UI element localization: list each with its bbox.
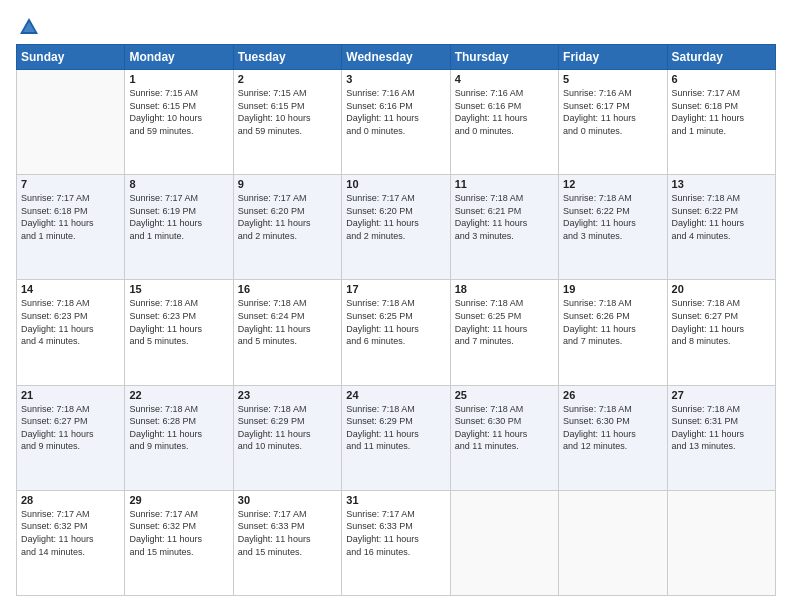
day-info: Sunrise: 7:18 AM Sunset: 6:25 PM Dayligh… — [455, 297, 554, 347]
day-info: Sunrise: 7:16 AM Sunset: 6:17 PM Dayligh… — [563, 87, 662, 137]
calendar-cell: 27Sunrise: 7:18 AM Sunset: 6:31 PM Dayli… — [667, 385, 775, 490]
calendar-cell: 26Sunrise: 7:18 AM Sunset: 6:30 PM Dayli… — [559, 385, 667, 490]
day-info: Sunrise: 7:17 AM Sunset: 6:18 PM Dayligh… — [21, 192, 120, 242]
day-number: 2 — [238, 73, 337, 85]
day-number: 9 — [238, 178, 337, 190]
day-info: Sunrise: 7:18 AM Sunset: 6:22 PM Dayligh… — [563, 192, 662, 242]
calendar-cell: 19Sunrise: 7:18 AM Sunset: 6:26 PM Dayli… — [559, 280, 667, 385]
calendar-cell: 30Sunrise: 7:17 AM Sunset: 6:33 PM Dayli… — [233, 490, 341, 595]
day-info: Sunrise: 7:15 AM Sunset: 6:15 PM Dayligh… — [129, 87, 228, 137]
calendar-cell: 31Sunrise: 7:17 AM Sunset: 6:33 PM Dayli… — [342, 490, 450, 595]
calendar-cell: 23Sunrise: 7:18 AM Sunset: 6:29 PM Dayli… — [233, 385, 341, 490]
calendar-cell: 22Sunrise: 7:18 AM Sunset: 6:28 PM Dayli… — [125, 385, 233, 490]
calendar-cell: 3Sunrise: 7:16 AM Sunset: 6:16 PM Daylig… — [342, 70, 450, 175]
day-number: 31 — [346, 494, 445, 506]
day-info: Sunrise: 7:17 AM Sunset: 6:32 PM Dayligh… — [21, 508, 120, 558]
day-info: Sunrise: 7:15 AM Sunset: 6:15 PM Dayligh… — [238, 87, 337, 137]
day-number: 21 — [21, 389, 120, 401]
calendar-cell: 5Sunrise: 7:16 AM Sunset: 6:17 PM Daylig… — [559, 70, 667, 175]
weekday-header-friday: Friday — [559, 45, 667, 70]
day-info: Sunrise: 7:18 AM Sunset: 6:21 PM Dayligh… — [455, 192, 554, 242]
week-row: 7Sunrise: 7:17 AM Sunset: 6:18 PM Daylig… — [17, 175, 776, 280]
calendar-cell — [450, 490, 558, 595]
day-info: Sunrise: 7:16 AM Sunset: 6:16 PM Dayligh… — [455, 87, 554, 137]
weekday-header-sunday: Sunday — [17, 45, 125, 70]
day-info: Sunrise: 7:18 AM Sunset: 6:31 PM Dayligh… — [672, 403, 771, 453]
calendar-cell: 20Sunrise: 7:18 AM Sunset: 6:27 PM Dayli… — [667, 280, 775, 385]
day-info: Sunrise: 7:18 AM Sunset: 6:24 PM Dayligh… — [238, 297, 337, 347]
day-number: 18 — [455, 283, 554, 295]
day-number: 6 — [672, 73, 771, 85]
calendar-cell: 2Sunrise: 7:15 AM Sunset: 6:15 PM Daylig… — [233, 70, 341, 175]
day-number: 28 — [21, 494, 120, 506]
header — [16, 16, 776, 34]
day-info: Sunrise: 7:18 AM Sunset: 6:23 PM Dayligh… — [21, 297, 120, 347]
day-info: Sunrise: 7:18 AM Sunset: 6:28 PM Dayligh… — [129, 403, 228, 453]
day-info: Sunrise: 7:17 AM Sunset: 6:33 PM Dayligh… — [238, 508, 337, 558]
day-number: 5 — [563, 73, 662, 85]
calendar-cell: 9Sunrise: 7:17 AM Sunset: 6:20 PM Daylig… — [233, 175, 341, 280]
day-number: 7 — [21, 178, 120, 190]
day-info: Sunrise: 7:18 AM Sunset: 6:25 PM Dayligh… — [346, 297, 445, 347]
calendar-cell: 7Sunrise: 7:17 AM Sunset: 6:18 PM Daylig… — [17, 175, 125, 280]
calendar-cell: 29Sunrise: 7:17 AM Sunset: 6:32 PM Dayli… — [125, 490, 233, 595]
calendar-cell: 15Sunrise: 7:18 AM Sunset: 6:23 PM Dayli… — [125, 280, 233, 385]
logo — [16, 16, 40, 34]
calendar-cell: 4Sunrise: 7:16 AM Sunset: 6:16 PM Daylig… — [450, 70, 558, 175]
day-info: Sunrise: 7:17 AM Sunset: 6:32 PM Dayligh… — [129, 508, 228, 558]
day-number: 25 — [455, 389, 554, 401]
calendar-cell — [17, 70, 125, 175]
day-number: 14 — [21, 283, 120, 295]
day-number: 23 — [238, 389, 337, 401]
day-info: Sunrise: 7:18 AM Sunset: 6:30 PM Dayligh… — [563, 403, 662, 453]
day-number: 4 — [455, 73, 554, 85]
weekday-header-saturday: Saturday — [667, 45, 775, 70]
day-info: Sunrise: 7:18 AM Sunset: 6:30 PM Dayligh… — [455, 403, 554, 453]
weekday-header-tuesday: Tuesday — [233, 45, 341, 70]
calendar-cell: 21Sunrise: 7:18 AM Sunset: 6:27 PM Dayli… — [17, 385, 125, 490]
day-number: 15 — [129, 283, 228, 295]
calendar-cell: 28Sunrise: 7:17 AM Sunset: 6:32 PM Dayli… — [17, 490, 125, 595]
day-number: 16 — [238, 283, 337, 295]
calendar-cell: 10Sunrise: 7:17 AM Sunset: 6:20 PM Dayli… — [342, 175, 450, 280]
day-info: Sunrise: 7:18 AM Sunset: 6:29 PM Dayligh… — [346, 403, 445, 453]
day-info: Sunrise: 7:18 AM Sunset: 6:27 PM Dayligh… — [672, 297, 771, 347]
day-info: Sunrise: 7:18 AM Sunset: 6:23 PM Dayligh… — [129, 297, 228, 347]
calendar-cell — [667, 490, 775, 595]
day-number: 29 — [129, 494, 228, 506]
calendar-cell: 16Sunrise: 7:18 AM Sunset: 6:24 PM Dayli… — [233, 280, 341, 385]
day-number: 8 — [129, 178, 228, 190]
calendar-cell: 25Sunrise: 7:18 AM Sunset: 6:30 PM Dayli… — [450, 385, 558, 490]
day-number: 13 — [672, 178, 771, 190]
calendar-cell: 14Sunrise: 7:18 AM Sunset: 6:23 PM Dayli… — [17, 280, 125, 385]
day-info: Sunrise: 7:17 AM Sunset: 6:18 PM Dayligh… — [672, 87, 771, 137]
day-info: Sunrise: 7:17 AM Sunset: 6:33 PM Dayligh… — [346, 508, 445, 558]
day-number: 27 — [672, 389, 771, 401]
calendar-cell: 6Sunrise: 7:17 AM Sunset: 6:18 PM Daylig… — [667, 70, 775, 175]
day-info: Sunrise: 7:18 AM Sunset: 6:29 PM Dayligh… — [238, 403, 337, 453]
calendar-cell: 8Sunrise: 7:17 AM Sunset: 6:19 PM Daylig… — [125, 175, 233, 280]
day-number: 26 — [563, 389, 662, 401]
day-number: 20 — [672, 283, 771, 295]
week-row: 1Sunrise: 7:15 AM Sunset: 6:15 PM Daylig… — [17, 70, 776, 175]
day-number: 22 — [129, 389, 228, 401]
day-info: Sunrise: 7:18 AM Sunset: 6:27 PM Dayligh… — [21, 403, 120, 453]
day-number: 24 — [346, 389, 445, 401]
day-info: Sunrise: 7:17 AM Sunset: 6:20 PM Dayligh… — [238, 192, 337, 242]
day-info: Sunrise: 7:18 AM Sunset: 6:22 PM Dayligh… — [672, 192, 771, 242]
logo-icon — [18, 16, 40, 38]
weekday-header-monday: Monday — [125, 45, 233, 70]
day-info: Sunrise: 7:18 AM Sunset: 6:26 PM Dayligh… — [563, 297, 662, 347]
week-row: 14Sunrise: 7:18 AM Sunset: 6:23 PM Dayli… — [17, 280, 776, 385]
weekday-header-wednesday: Wednesday — [342, 45, 450, 70]
week-row: 21Sunrise: 7:18 AM Sunset: 6:27 PM Dayli… — [17, 385, 776, 490]
week-row: 28Sunrise: 7:17 AM Sunset: 6:32 PM Dayli… — [17, 490, 776, 595]
weekday-header-thursday: Thursday — [450, 45, 558, 70]
calendar-cell: 13Sunrise: 7:18 AM Sunset: 6:22 PM Dayli… — [667, 175, 775, 280]
calendar-cell: 17Sunrise: 7:18 AM Sunset: 6:25 PM Dayli… — [342, 280, 450, 385]
day-number: 12 — [563, 178, 662, 190]
day-info: Sunrise: 7:17 AM Sunset: 6:20 PM Dayligh… — [346, 192, 445, 242]
calendar-cell — [559, 490, 667, 595]
day-number: 30 — [238, 494, 337, 506]
calendar-cell: 1Sunrise: 7:15 AM Sunset: 6:15 PM Daylig… — [125, 70, 233, 175]
